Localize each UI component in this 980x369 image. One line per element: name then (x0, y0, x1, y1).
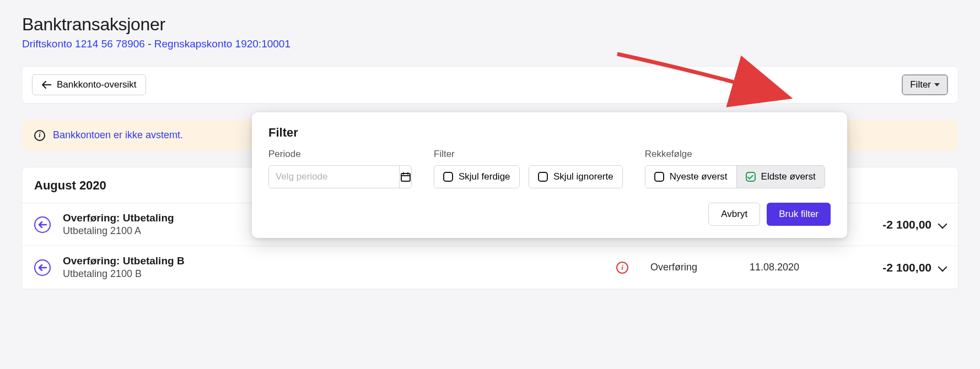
period-input[interactable] (269, 166, 399, 188)
hide-ignored-label: Skjul ignorerte (553, 171, 613, 182)
chevron-down-icon (938, 262, 947, 272)
cancel-button[interactable]: Avbryt (708, 203, 760, 226)
filter-toggle-label: Filter (910, 79, 931, 90)
calendar-icon (400, 171, 411, 182)
period-input-wrapper (268, 165, 412, 188)
transfer-out-icon (34, 216, 51, 233)
order-newest-label: Nyeste øverst (670, 171, 728, 182)
tx-date: 11.08.2020 (750, 262, 838, 273)
order-newest-toggle[interactable]: Nyeste øverst (645, 166, 737, 188)
transfer-out-icon (34, 259, 51, 276)
svg-rect-0 (401, 173, 410, 181)
page-subtitle: Driftskonto 1214 56 78906 - Regnskapskon… (22, 38, 958, 50)
info-icon: i (34, 130, 45, 141)
tx-amount: -2 100,00 (838, 218, 931, 231)
tx-title: Overføring: Utbetaling B (63, 255, 594, 267)
filter-order-section: Rekkefølge Nyeste øverst Eldste øverst (645, 149, 825, 188)
table-row[interactable]: Overføring: Utbetaling B Utbetaling 2100… (22, 246, 958, 289)
alert-message[interactable]: Bankkontoen er ikke avstemt. (53, 129, 183, 141)
checkbox-empty-icon (538, 172, 548, 182)
tx-subtitle: Utbetaling 2100 B (63, 268, 594, 280)
checkbox-checked-icon (746, 172, 756, 182)
apply-filter-button[interactable]: Bruk filter (767, 203, 831, 226)
account-link[interactable]: Driftskonto 1214 56 78906 (22, 38, 145, 50)
page-title: Banktransaksjoner (22, 14, 958, 35)
back-button[interactable]: Bankkonto-oversikt (32, 74, 146, 95)
tx-type: Overføring (650, 262, 750, 273)
ledger-link[interactable]: Regnskapskonto 1920:10001 (154, 38, 290, 50)
hide-done-label: Skjul ferdige (459, 171, 510, 182)
order-label: Rekkefølge (645, 149, 825, 160)
order-oldest-label: Eldste øverst (761, 171, 816, 182)
filter-panel-title: Filter (268, 126, 831, 140)
filter-toggle-button[interactable]: Filter (902, 74, 948, 95)
checkbox-empty-icon (443, 172, 453, 182)
period-label: Periode (268, 149, 412, 160)
back-button-label: Bankkonto-oversikt (57, 79, 137, 90)
hide-ignored-toggle[interactable]: Skjul ignorerte (529, 166, 622, 188)
checkbox-empty-icon (654, 172, 664, 182)
caret-down-icon (934, 83, 940, 86)
filter-panel: Filter Periode Filter Skjul ferdige (252, 112, 847, 238)
filter-flags-section: Filter Skjul ferdige Skjul ignorerte (434, 149, 623, 188)
subtitle-separator: - (145, 38, 154, 50)
hide-done-toggle[interactable]: Skjul ferdige (434, 166, 519, 188)
order-oldest-toggle[interactable]: Eldste øverst (737, 166, 825, 188)
filter-period-section: Periode (268, 149, 412, 188)
calendar-button[interactable] (399, 166, 411, 188)
filter-flags-label: Filter (434, 149, 623, 160)
warning-icon: i (616, 262, 628, 274)
arrow-left-icon (41, 81, 51, 89)
tx-amount: -2 100,00 (838, 261, 931, 274)
expand-row-button[interactable] (939, 220, 946, 230)
toolbar-card: Bankkonto-oversikt Filter (22, 67, 958, 103)
chevron-down-icon (938, 219, 947, 229)
expand-row-button[interactable] (939, 263, 946, 273)
